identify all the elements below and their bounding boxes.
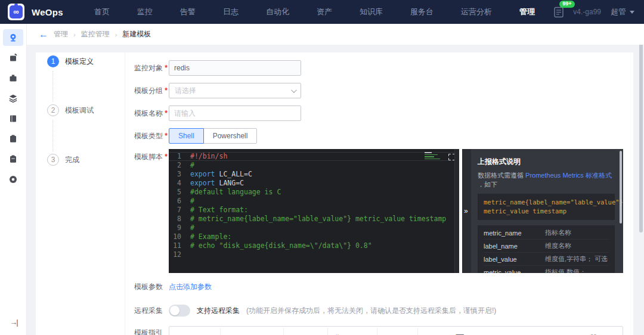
release-notes-button[interactable]: 99+ — [554, 7, 564, 18]
nav-item[interactable]: 自动化 — [266, 7, 289, 17]
type-powershell-button[interactable]: Powershell — [203, 128, 258, 144]
line-code: # echo "disk_usage{disk_name=\"/data\"} … — [190, 241, 372, 250]
sidebar-item-clipboard2[interactable] — [3, 151, 23, 168]
line-code: #default language is C — [190, 188, 281, 197]
gear-icon — [8, 175, 18, 184]
nav-item[interactable]: 资产 — [317, 7, 332, 17]
format-field-row: metric_name指标名称 — [484, 227, 609, 240]
line-number: 9 — [169, 224, 190, 232]
editor-line: 4export LANG=C — [169, 179, 459, 188]
format-fields-table: metric_name指标名称label_name维度名称label_value… — [478, 225, 615, 273]
line-number: 11 — [169, 241, 190, 250]
line-code: # — [190, 197, 194, 206]
panel-expand-icon[interactable]: » — [464, 207, 468, 215]
remote-collect-label: 远程采集 — [134, 305, 163, 316]
step-label: 模板调试 — [65, 106, 94, 116]
step-wizard: 1 模板定义 2 模板调试 3 完成 — [36, 52, 125, 335]
editor-line: 6# — [169, 197, 459, 206]
prometheus-metrics-link[interactable]: Prometheus Metrics 标准格式 — [525, 172, 612, 179]
editor-line: 10# Example: — [169, 232, 459, 241]
top-navbar: ∞ WeOps 首页监控告警日志自动化资产知识库服务台运营分析管理 99+ v4… — [0, 0, 644, 24]
line-number: 6 — [169, 197, 190, 206]
sidebar-item-layers[interactable] — [3, 90, 23, 107]
template-group-label: 模板分组 — [134, 83, 168, 98]
sidebar-collapse-button[interactable]: →| — [0, 318, 27, 327]
page-scrollbar-thumb[interactable] — [639, 25, 643, 232]
field-key: label_name — [484, 243, 545, 250]
field-desc: 维度名称 — [545, 241, 571, 250]
nav-item[interactable]: 知识库 — [360, 7, 383, 17]
editor-line: 9# — [169, 224, 459, 232]
template-params-label: 模板参数 — [134, 281, 163, 292]
line-number: 12 — [169, 250, 190, 259]
weops-logo[interactable]: ∞ — [8, 4, 24, 20]
field-desc: 指标名称 — [545, 228, 571, 237]
sidebar-item-clipboard[interactable] — [3, 131, 23, 147]
sidebar-item-alarm[interactable] — [3, 49, 23, 66]
chevron-down-icon — [630, 11, 634, 14]
format-field-row: label_name维度名称 — [484, 240, 609, 253]
toolbar-group: US―x² — [220, 328, 283, 335]
nav-item[interactable]: 运营分析 — [461, 7, 492, 17]
line-code: export LANG=C — [190, 179, 244, 188]
back-arrow-icon[interactable]: ← — [39, 30, 48, 39]
step-number: 2 — [47, 104, 59, 116]
breadcrumb-item[interactable]: 监控管理 — [81, 29, 110, 39]
sidebar-item-book[interactable] — [3, 110, 23, 127]
chevron-down-icon — [291, 87, 297, 93]
toolbar-group: ↺↻⌫ — [417, 328, 472, 335]
editor-line: 1#!/bin/sh — [169, 152, 459, 161]
template-type-label: 模板类型 — [134, 128, 168, 144]
format-field-row: metric_value指标值,数值； — [484, 266, 609, 273]
sidebar-item-monitor[interactable] — [3, 29, 23, 46]
user-menu[interactable]: 超管 — [611, 7, 634, 17]
desc-text: 数据格式需遵循 — [478, 172, 525, 179]
nav-item[interactable]: 首页 — [94, 7, 110, 17]
select-placeholder: 请选择 — [175, 86, 196, 96]
line-number: 2 — [169, 161, 190, 170]
line-code: # — [190, 224, 194, 232]
remote-collect-row: 支持远程采集 (功能开启并保存成功后，将无法关闭，请确认是否支持远程采集后，谨慎… — [169, 305, 496, 317]
nav-item[interactable]: 监控 — [137, 7, 153, 17]
format-field-row: label_value维度值,字符串； 可选 — [484, 253, 609, 266]
left-sidebar: →| — [0, 24, 27, 335]
template-name-input[interactable] — [169, 106, 301, 121]
brand-title: WeOps — [32, 7, 63, 17]
editor-line: 8# metric_name{label_name="lable_value"}… — [169, 215, 459, 224]
template-form-card: 1 模板定义 2 模板调试 3 完成 监控对象 模板分组 请选择 模板名称 模板… — [36, 52, 633, 335]
sidebar-item-gear[interactable] — [3, 171, 23, 188]
type-shell-button[interactable]: Shell — [169, 128, 204, 144]
line-number: 3 — [169, 170, 190, 179]
nav-item[interactable]: 管理 — [519, 7, 535, 17]
nav-item[interactable]: 告警 — [180, 7, 196, 17]
remote-collect-toggle[interactable] — [169, 305, 190, 317]
breadcrumb-item[interactable]: 管理 — [54, 29, 68, 39]
step-label: 完成 — [65, 155, 79, 165]
line-code: #!/bin/sh — [190, 152, 227, 161]
notice-badge: 99+ — [559, 1, 574, 8]
monitor-object-input[interactable] — [169, 60, 301, 76]
editor-line: 7# Text format: — [169, 206, 459, 215]
sidebar-item-briefcase[interactable] — [3, 70, 23, 86]
field-key: metric_value — [484, 269, 545, 274]
panel-scrollbar[interactable] — [620, 151, 622, 224]
nav-item[interactable]: 日志 — [223, 7, 239, 17]
panel-collapse-strip: » — [462, 149, 471, 273]
briefcase-icon — [8, 73, 18, 83]
breadcrumb-current: 新建模板 — [122, 29, 151, 39]
line-number: 10 — [169, 232, 190, 241]
toolbar-group: </>⊞ — [377, 328, 417, 335]
nav-item[interactable]: 服务台 — [410, 7, 434, 17]
step-finish: 3 完成 — [47, 154, 79, 166]
template-type-segment: Shell Powershell — [169, 128, 257, 144]
template-group-select[interactable]: 请选择 — [169, 83, 301, 98]
clipboard-icon — [8, 134, 18, 144]
add-param-link[interactable]: 点击添加参数 — [169, 281, 212, 292]
layers-icon — [8, 94, 18, 103]
field-desc: 维度值,字符串； 可选 — [545, 255, 608, 263]
script-code-editor[interactable]: 1#!/bin/sh2#3export LC_ALL=C4export LANG… — [169, 149, 459, 273]
editor-minimap — [425, 152, 442, 159]
toolbar-group: ❝⒈•≡ — [327, 328, 377, 335]
editor-scrollbar[interactable] — [454, 149, 459, 273]
editor-line: 5#default language is C — [169, 188, 459, 197]
